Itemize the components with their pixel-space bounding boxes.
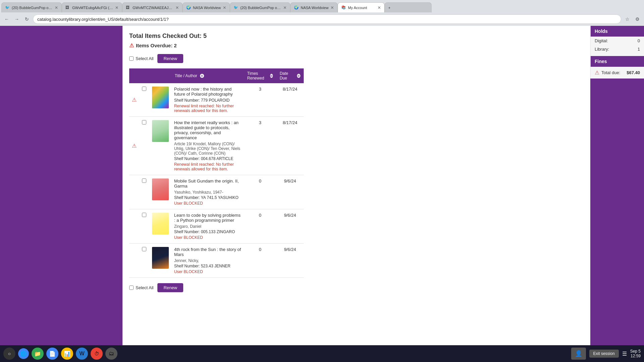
- holds-header: Holds: [591, 26, 644, 37]
- digital-label: Digital:: [595, 38, 608, 43]
- checkbox-cell-3[interactable]: [139, 175, 149, 209]
- th-title-sort-icon[interactable]: ⊕: [200, 74, 204, 78]
- tab-5[interactable]: 🐦 (20) BubbleGumPop on X: '©'... ✕: [230, 2, 290, 12]
- th-due[interactable]: Date Due ⊕: [276, 68, 304, 83]
- book-cover-3: [152, 178, 169, 200]
- tab-4-close[interactable]: ✕: [223, 5, 226, 10]
- overdue-icon-2: ⚠: [132, 143, 137, 149]
- tab-4[interactable]: 🌍 NASA Worldview ✕: [183, 2, 230, 12]
- select-all-top-label[interactable]: Select All: [129, 56, 153, 61]
- item-checkbox-1[interactable]: [142, 87, 146, 91]
- checkbox-cell-5[interactable]: [139, 244, 149, 278]
- th-renewed-sort-icon[interactable]: ⊕: [270, 74, 273, 78]
- digital-value: 0: [638, 38, 640, 43]
- taskbar-menu-icon: ☰: [622, 351, 627, 357]
- cover-cell-1: [149, 83, 171, 117]
- chrome-icon: 🌐: [20, 351, 27, 357]
- tab-5-close[interactable]: ✕: [283, 5, 287, 10]
- item-checkbox-3[interactable]: [142, 178, 146, 183]
- tab-7-close[interactable]: ✕: [378, 5, 381, 10]
- forward-button[interactable]: →: [13, 15, 21, 23]
- th-renewed[interactable]: Times Renewed ⊕: [244, 68, 277, 83]
- item-checkbox-2[interactable]: [142, 120, 146, 124]
- items-overdue: ⚠ Items Overdue: 2: [129, 42, 304, 49]
- title-cell-5: 4th rock from the Sun : the story of Mar…: [171, 244, 244, 278]
- user-avatar: 👤: [571, 348, 586, 360]
- book-cover-4: [152, 213, 169, 235]
- tab-3[interactable]: 🖼 GWvMTCZWAAEEAJq (479×... ✕: [122, 2, 183, 12]
- taskbar-folder-icon[interactable]: 🗂: [105, 348, 117, 360]
- checkbox-cell-1[interactable]: [139, 83, 149, 117]
- renew-top-button[interactable]: Renew: [157, 54, 183, 63]
- item-checkbox-5[interactable]: [142, 247, 146, 251]
- renewed-cell-1: 3: [244, 83, 277, 117]
- status-5: User BLOCKED: [174, 269, 241, 274]
- docs-icon: 📄: [49, 351, 56, 357]
- taskbar-files-icon[interactable]: 📁: [32, 348, 44, 360]
- tab-7[interactable]: 📚 My Account ✕: [338, 2, 385, 12]
- th-warning: [129, 68, 139, 83]
- renewal-warning-1: Renewal limit reached: No further renewa…: [174, 104, 241, 113]
- taskbar-chrome-icon[interactable]: 🌐: [18, 348, 29, 359]
- search-icon: ○: [8, 351, 11, 356]
- folder-icon: 🗂: [109, 351, 114, 357]
- tab-2[interactable]: 🖼 GWvMTEubgAAcFGi (1912×1... ✕: [62, 2, 122, 12]
- select-all-top-text: Select All: [136, 56, 153, 61]
- book-author-5: Jenner, Nicky,: [174, 258, 241, 263]
- book-cover-1: [152, 87, 169, 108]
- th-cover: [149, 68, 171, 83]
- tab-1[interactable]: 🐦 (20) BubbleGumPop on X: '©'... ✕: [1, 2, 62, 12]
- total-due-amount: $67.40: [627, 70, 640, 75]
- table-header: Title / Author ⊕ Times Renewed ⊕: [129, 68, 304, 83]
- bookmark-button[interactable]: ☆: [623, 15, 631, 23]
- tab-6-close[interactable]: ✕: [331, 5, 334, 10]
- extensions-button[interactable]: ⚙: [633, 15, 641, 23]
- title-cell-3: Mobile Suit Gundam the origin. II, Garma…: [171, 175, 244, 209]
- th-title[interactable]: Title / Author ⊕: [171, 68, 244, 83]
- tab-3-label: GWvMTCZWAAEEAJq (479×...: [133, 6, 174, 10]
- book-title-1: Polaroid now : the history and future of…: [174, 87, 241, 97]
- cover-cell-3: [149, 175, 171, 209]
- shelf-1: Shelf Number: 779 POLAROID: [174, 98, 241, 103]
- due-cell-3: 9/6/24: [276, 175, 304, 209]
- tab-bar: 🐦 (20) BubbleGumPop on X: '©'... ✕ 🖼 GWv…: [0, 0, 644, 12]
- select-all-bottom-checkbox[interactable]: [129, 286, 134, 290]
- tab-4-favicon: 🌍: [186, 5, 191, 10]
- total-checked-out: Total Items Checked Out: 5: [129, 33, 304, 40]
- tab-6[interactable]: 🌍 NASA Worldview ✕: [290, 2, 338, 12]
- th-checkbox: [139, 68, 149, 83]
- taskbar-right: 👤 Exit session ☰ Sep 5 12:59: [571, 348, 641, 360]
- table-body: ⚠ Polaroid now : the history and future …: [129, 83, 304, 278]
- taskbar-word-icon[interactable]: W: [76, 348, 88, 360]
- files-icon: 📁: [34, 351, 41, 357]
- reload-button[interactable]: ↻: [23, 15, 31, 23]
- tab-7-label: My Account: [348, 6, 376, 10]
- due-cell-5: 9/6/24: [276, 244, 304, 278]
- renew-bottom-button[interactable]: Renew: [157, 283, 183, 292]
- overdue-icon-1: ⚠: [132, 97, 137, 103]
- taskbar-docs-icon[interactable]: 📄: [46, 348, 58, 360]
- tab-1-close[interactable]: ✕: [55, 5, 58, 10]
- shelf-4: Shelf Number: 005.133 ZINGARO: [174, 229, 241, 234]
- checkbox-cell-2[interactable]: [139, 117, 149, 175]
- taskbar-timer-icon[interactable]: ⏱: [91, 348, 103, 360]
- address-bar[interactable]: catalog.lacountylibrary.org/client/en_US…: [33, 14, 621, 24]
- taskbar-search-icon[interactable]: ○: [3, 348, 15, 360]
- item-checkbox-4[interactable]: [142, 213, 146, 217]
- warning-cell-5: [129, 244, 139, 278]
- total-due-label: Total due:: [601, 70, 620, 75]
- tab-new[interactable]: +: [385, 2, 432, 12]
- tab-2-close[interactable]: ✕: [115, 5, 118, 10]
- th-due-sort-icon[interactable]: ⊕: [297, 74, 300, 78]
- back-button[interactable]: ←: [3, 15, 11, 23]
- select-all-top-checkbox[interactable]: [129, 56, 134, 61]
- exit-session-button[interactable]: Exit session: [589, 350, 619, 358]
- browser-content: Holds Digital: 0 Library: 1 Fines ⚠ Tota…: [0, 26, 644, 345]
- checkbox-cell-4[interactable]: [139, 209, 149, 244]
- tab-3-close[interactable]: ✕: [176, 5, 179, 10]
- shelf-5: Shelf Number: 523.43 JENNER: [174, 264, 241, 268]
- library-label: Library:: [595, 47, 609, 52]
- select-all-bottom-label[interactable]: Select All: [129, 285, 153, 290]
- taskbar-slides-icon[interactable]: 📊: [61, 348, 73, 360]
- taskbar: ○ 🌐 📁 📄 📊 W ⏱ 🗂 👤 Exit session ☰ Sep 5 1…: [0, 345, 644, 362]
